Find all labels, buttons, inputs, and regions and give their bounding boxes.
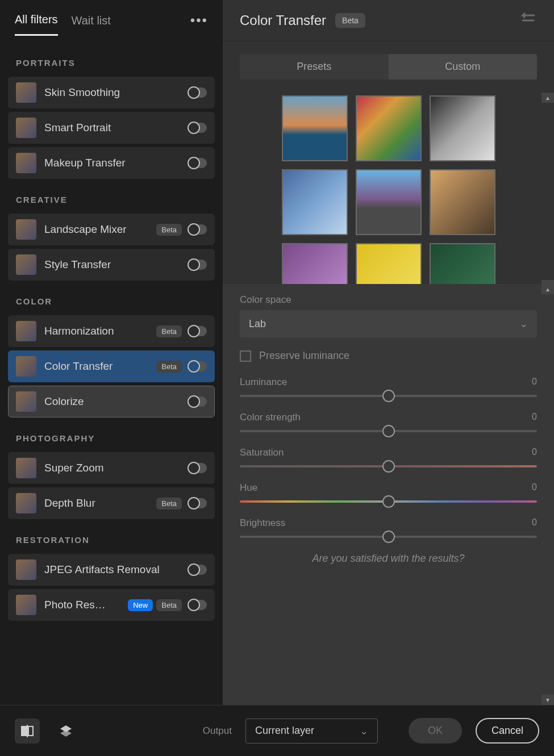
more-icon[interactable]: ••• [190,12,208,36]
tab-presets[interactable]: Presets [240,54,389,80]
filter-label: Style Transfer [44,258,182,271]
slider-color-strength: Color strength0 [240,412,537,432]
panel-header: Color Transfer Beta [223,0,554,41]
filter-label: Harmonization [44,325,153,337]
filter-toggle[interactable] [188,498,207,508]
settings-scroll-up-icon[interactable]: ▲ [541,284,554,294]
filter-item[interactable]: Skin Smoothing [8,77,215,108]
filter-toggle[interactable] [188,396,207,407]
preset-thumb[interactable] [356,243,422,284]
filter-item[interactable]: Depth BlurBeta [8,487,215,519]
filter-list: PORTRAITSSkin SmoothingSmart PortraitMak… [8,36,215,705]
section-header: PORTRAITS [8,45,215,73]
filter-toggle[interactable] [188,158,207,168]
filter-toggle[interactable] [188,463,207,473]
filter-item[interactable]: Colorize [8,386,215,417]
filter-item[interactable]: Landscape MixerBeta [8,214,215,245]
preserve-luminance-label: Preserve luminance [259,350,349,362]
filter-label: Super Zoom [44,462,182,474]
filter-label: Photo Res… [44,599,124,611]
slider-knob[interactable] [382,460,395,473]
preset-thumb[interactable] [430,169,495,235]
footer: Output Current layer ⌄ OK Cancel [0,705,554,756]
filter-thumb [16,559,36,580]
filter-item[interactable]: Style Transfer [8,249,215,281]
slider-track[interactable] [240,500,537,503]
filter-label: Color Transfer [44,360,153,373]
preset-thumb[interactable] [356,95,422,161]
preset-thumb[interactable] [282,243,348,284]
filter-label: Colorize [44,395,182,408]
section-header: CREATIVE [8,182,215,210]
filter-item[interactable]: Super Zoom [8,452,215,484]
slider-value: 0 [532,447,537,458]
ok-button[interactable]: OK [409,718,462,744]
output-value: Current layer [255,725,314,737]
filter-thumb [16,493,36,513]
filter-item[interactable]: Color TransferBeta [8,350,215,382]
preset-thumb[interactable] [282,95,348,161]
filter-thumb [16,391,36,412]
beta-badge: Beta [156,599,182,611]
filter-thumb [16,219,36,240]
slider-label: Saturation [240,447,284,458]
layers-button[interactable] [53,719,78,744]
slider-value: 0 [532,482,537,494]
chevron-down-icon: ⌄ [519,318,528,330]
filter-toggle[interactable] [188,224,207,235]
slider-track[interactable] [240,395,537,397]
panel-beta-badge: Beta [335,13,365,28]
filter-item[interactable]: Photo Res…NewBeta [8,589,215,621]
filter-toggle[interactable] [188,87,207,98]
preserve-luminance-checkbox[interactable]: Preserve luminance [240,350,537,362]
filter-label: Depth Blur [44,497,153,509]
sidebar: All filters Wait list ••• PORTRAITSSkin … [0,0,223,705]
filter-label: Skin Smoothing [44,86,182,99]
preset-thumb[interactable] [430,243,495,284]
slider-track[interactable] [240,465,537,467]
compare-button[interactable] [15,719,40,744]
filter-label: Landscape Mixer [44,223,153,236]
slider-label: Luminance [240,377,287,388]
section-header: PHOTOGRAPHY [8,421,215,449]
detail-panel: Color Transfer Beta Presets Custom ▲ ▼ [223,0,554,705]
color-space-label: Color space [240,294,537,306]
undo-icon[interactable] [520,12,537,28]
preset-thumb[interactable] [282,169,348,235]
chevron-down-icon: ⌄ [360,725,368,737]
filter-toggle[interactable] [188,123,207,133]
filter-toggle[interactable] [188,260,207,270]
filter-toggle[interactable] [188,326,207,336]
slider-knob[interactable] [382,495,395,508]
slider-value: 0 [532,517,537,529]
scroll-up-icon[interactable]: ▲ [541,93,554,103]
settings-panel: ▲ Color space Lab ⌄ Preserve luminance L… [223,284,554,705]
filter-toggle[interactable] [188,565,207,575]
tab-custom[interactable]: Custom [389,54,538,80]
filter-toggle[interactable] [188,361,207,371]
checkbox-icon [240,350,251,362]
cancel-button[interactable]: Cancel [476,718,539,744]
slider-knob[interactable] [382,531,395,543]
slider-knob[interactable] [382,390,395,402]
filter-toggle[interactable] [188,600,207,610]
preset-thumb[interactable] [430,95,495,161]
filter-item[interactable]: JPEG Artifacts Removal [8,554,215,586]
filter-thumb [16,82,36,103]
tab-all-filters[interactable]: All filters [15,13,58,36]
preset-thumb[interactable] [356,169,422,235]
slider-track[interactable] [240,430,537,432]
color-space-select[interactable]: Lab ⌄ [240,310,537,337]
slider-track[interactable] [240,536,537,538]
svg-rect-0 [22,726,26,736]
slider-brightness: Brightness0 [240,517,537,538]
filter-item[interactable]: HarmonizationBeta [8,315,215,347]
settings-scroll-down-icon[interactable]: ▼ [541,695,554,705]
filter-item[interactable]: Smart Portrait [8,112,215,144]
slider-knob[interactable] [382,425,395,437]
output-label: Output [203,725,232,737]
svg-rect-1 [28,726,33,736]
filter-item[interactable]: Makeup Transfer [8,147,215,179]
output-select[interactable]: Current layer ⌄ [245,719,378,744]
tab-wait-list[interactable]: Wait list [72,14,111,35]
